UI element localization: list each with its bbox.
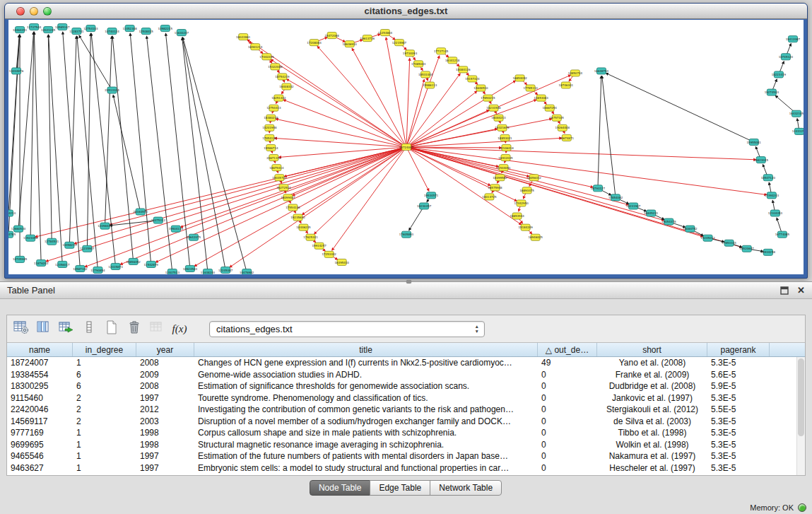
- graph-node[interactable]: 11235907: [80, 245, 95, 252]
- graph-node[interactable]: 11544091: [496, 165, 511, 171]
- graph-node[interactable]: 20075312: [151, 217, 166, 223]
- table-row[interactable]: 1872400712008Changes of HCN gene express…: [7, 357, 805, 369]
- table-cell[interactable]: Franke et al. (2009): [597, 370, 707, 380]
- graph-node[interactable]: 16946025: [528, 234, 543, 240]
- graph-edge[interactable]: [406, 147, 429, 191]
- graph-node[interactable]: 14201958: [262, 124, 277, 131]
- graph-node[interactable]: 17442950: [514, 200, 529, 206]
- table-cell[interactable]: 19384554: [7, 370, 73, 380]
- graph-edge[interactable]: [406, 147, 767, 194]
- graph-edge[interactable]: [85, 147, 406, 267]
- graph-node[interactable]: 15184209: [518, 224, 533, 230]
- graph-node[interactable]: 12407513: [165, 269, 180, 274]
- table-cell[interactable]: 5.3E-5: [707, 416, 770, 426]
- table-cell[interactable]: Disruption of a novel member of a sodium…: [194, 416, 538, 426]
- delete-table-button[interactable]: [124, 319, 144, 339]
- graph-node[interactable]: 18754219: [275, 74, 290, 80]
- graph-edge[interactable]: [598, 76, 601, 188]
- graph-node[interactable]: 18667294: [543, 105, 558, 111]
- graph-node[interactable]: 18547120: [761, 175, 776, 181]
- table-cell[interactable]: 0: [538, 428, 597, 438]
- graph-node[interactable]: 16757105: [550, 115, 565, 121]
- graph-node[interactable]: 17485083: [411, 61, 426, 67]
- table-cell[interactable]: 0: [538, 404, 597, 414]
- column-header-out_de[interactable]: △ out_de…: [538, 343, 597, 356]
- graph-node[interactable]: 12015873: [108, 263, 123, 269]
- graph-node[interactable]: 16575948: [488, 185, 502, 191]
- graph-node[interactable]: 18056312: [526, 175, 541, 181]
- table-cell[interactable]: 2012: [136, 404, 194, 414]
- graph-node[interactable]: 18380218: [264, 115, 278, 121]
- table-cell[interactable]: 18300295: [7, 381, 73, 391]
- graph-node[interactable]: 20513104: [105, 87, 119, 93]
- graph-edge[interactable]: [302, 147, 406, 215]
- column-header-year[interactable]: year: [136, 343, 194, 356]
- graph-node[interactable]: 12784531: [45, 238, 59, 245]
- graph-node[interactable]: 18022861: [236, 34, 251, 40]
- graph-node[interactable]: 12356017: [55, 261, 70, 267]
- graph-node[interactable]: 11876203: [34, 259, 49, 266]
- graph-node[interactable]: 19534571: [424, 192, 439, 199]
- table-row[interactable]: 2242004622012Investigating the contribut…: [7, 404, 805, 416]
- table-cell[interactable]: 1: [73, 358, 136, 368]
- table-cell[interactable]: Changes of HCN gene expression and I(f) …: [194, 358, 538, 368]
- graph-node[interactable]: 10234785: [8, 231, 16, 238]
- graph-node[interactable]: 12660530: [11, 226, 26, 232]
- graph-node[interactable]: 18746301: [559, 82, 574, 88]
- table-cell[interactable]: 6: [73, 370, 136, 380]
- table-cell[interactable]: 1997: [136, 463, 194, 473]
- table-cell[interactable]: 1: [73, 428, 136, 438]
- vertical-scrollbar[interactable]: [796, 357, 805, 475]
- scrollbar-thumb[interactable]: [798, 358, 804, 436]
- column-header-short[interactable]: short: [597, 343, 707, 356]
- column-header-name[interactable]: name: [7, 343, 73, 356]
- table-row[interactable]: 946554611997Estimation of the future num…: [7, 450, 805, 462]
- table-mode-button[interactable]: [11, 319, 31, 339]
- graph-node[interactable]: 10982215: [158, 25, 173, 32]
- table-cell[interactable]: 1997: [136, 393, 194, 403]
- table-cell[interactable]: 5.9E-5: [707, 381, 770, 391]
- graph-edge[interactable]: [34, 32, 41, 263]
- graph-node[interactable]: 16084213: [491, 115, 506, 121]
- graph-node[interactable]: 19321675: [495, 124, 510, 131]
- graph-node[interactable]: 18520647: [740, 245, 755, 252]
- graph-node[interactable]: 16774085: [775, 231, 790, 238]
- graph-node[interactable]: 10498213: [62, 242, 77, 248]
- graph-node[interactable]: 10745985: [13, 256, 28, 262]
- close-window-button[interactable]: [16, 7, 25, 16]
- graph-node[interactable]: 19035721: [272, 175, 287, 181]
- table-cell[interactable]: 2003: [136, 416, 194, 426]
- table-cell[interactable]: 9115460: [7, 393, 73, 403]
- table-cell[interactable]: Tourette syndrome. Phenomenology and cla…: [194, 393, 538, 403]
- graph-node[interactable]: 12106418: [499, 144, 514, 151]
- table-cell[interactable]: 2008: [136, 358, 194, 368]
- tab-edge-table[interactable]: Edge Table: [370, 480, 430, 496]
- table-selector-dropdown[interactable]: citations_edges.txt ▲▼: [209, 321, 485, 337]
- graph-edge[interactable]: [406, 147, 529, 177]
- graph-node[interactable]: 12215987: [392, 40, 407, 46]
- table-cell[interactable]: 0: [538, 370, 597, 380]
- table-cell[interactable]: 2008: [136, 381, 194, 391]
- graph-edge[interactable]: [406, 79, 424, 147]
- graph-node[interactable]: 12021245: [41, 27, 56, 33]
- table-row[interactable]: 911546021997Tourette syndrome. Phenomeno…: [7, 392, 805, 404]
- table-row[interactable]: 946362711997Embryonic stem cells: a mode…: [7, 462, 805, 474]
- graph-node[interactable]: 10587342: [73, 265, 88, 271]
- graph-edge[interactable]: [406, 58, 410, 147]
- graph-node[interactable]: 17605893: [399, 231, 414, 238]
- memory-indicator-dot[interactable]: [798, 503, 806, 512]
- graph-node[interactable]: 16893475: [519, 187, 534, 194]
- graph-node[interactable]: 16793127: [591, 185, 606, 192]
- table-cell[interactable]: 5.5E-5: [707, 404, 770, 414]
- graph-node[interactable]: 10896452: [126, 258, 141, 264]
- graph-node[interactable]: 17727145: [434, 48, 449, 54]
- graph-edge[interactable]: [110, 147, 406, 225]
- table-cell[interactable]: Hescheler et al. (1997): [597, 463, 707, 473]
- minimize-window-button[interactable]: [30, 7, 38, 16]
- table-cell[interactable]: 5.3E-5: [707, 428, 770, 438]
- table-cell[interactable]: 0: [538, 440, 597, 450]
- table-cell[interactable]: 1997: [136, 451, 194, 461]
- graph-edge[interactable]: [146, 36, 172, 272]
- graph-node[interactable]: 18084126: [456, 66, 471, 73]
- graph-node[interactable]: 16901214: [248, 44, 263, 50]
